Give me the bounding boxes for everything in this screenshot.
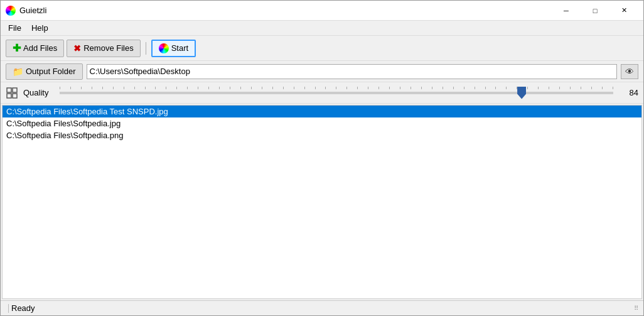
status-text: Ready bbox=[11, 303, 35, 313]
eye-icon: 👁 bbox=[625, 67, 634, 77]
app-icon bbox=[6, 6, 16, 16]
start-button[interactable]: Start bbox=[151, 40, 196, 57]
start-label: Start bbox=[171, 43, 188, 53]
menu-bar: File Help bbox=[1, 21, 643, 36]
browse-eye-button[interactable]: 👁 bbox=[621, 64, 638, 79]
add-files-label: Add Files bbox=[23, 43, 57, 53]
svg-rect-2 bbox=[7, 94, 11, 98]
svg-rect-0 bbox=[7, 88, 11, 92]
file-item[interactable]: C:\Softpedia Files\Softpedia.png bbox=[3, 129, 641, 141]
output-path-input[interactable] bbox=[87, 64, 618, 79]
status-divider bbox=[8, 304, 9, 313]
file-item[interactable]: C:\Softpedia Files\Softpedia Test SNSPD.… bbox=[3, 106, 641, 117]
maximize-button[interactable]: □ bbox=[581, 1, 609, 21]
svg-rect-1 bbox=[13, 88, 17, 92]
add-icon: ✚ bbox=[13, 42, 21, 54]
file-item[interactable]: C:\Softpedia Files\Softpedia.jpg bbox=[3, 117, 641, 129]
minimize-button[interactable]: ─ bbox=[552, 1, 581, 21]
file-list[interactable]: C:\Softpedia Files\Softpedia Test SNSPD.… bbox=[2, 105, 642, 299]
remove-icon: ✖ bbox=[73, 43, 81, 53]
quality-label: Quality bbox=[23, 88, 55, 97]
toolbar: ✚ Add Files ✖ Remove Files Start bbox=[1, 36, 643, 61]
resize-handle: ⠿ bbox=[634, 305, 638, 312]
title-bar: Guietzli ─ □ ✕ bbox=[1, 1, 643, 21]
quality-grid-icon bbox=[6, 87, 18, 99]
close-button[interactable]: ✕ bbox=[609, 1, 638, 21]
window-title: Guietzli bbox=[19, 6, 46, 15]
menu-help[interactable]: Help bbox=[26, 22, 53, 34]
quality-slider-wrap bbox=[60, 92, 613, 94]
status-bar: Ready ⠿ bbox=[1, 300, 643, 315]
quality-value: 84 bbox=[623, 88, 638, 97]
start-icon bbox=[159, 43, 169, 53]
title-controls: ─ □ ✕ bbox=[552, 1, 638, 21]
svg-rect-3 bbox=[13, 94, 17, 98]
quality-slider[interactable] bbox=[60, 92, 613, 94]
folder-icon: 📁 bbox=[13, 67, 23, 77]
status-right: ⠿ bbox=[634, 305, 638, 312]
title-bar-left: Guietzli bbox=[6, 6, 46, 16]
remove-files-label: Remove Files bbox=[83, 43, 133, 53]
output-folder-button[interactable]: 📁 Output Folder bbox=[6, 63, 83, 80]
remove-files-button[interactable]: ✖ Remove Files bbox=[67, 40, 140, 57]
menu-file[interactable]: File bbox=[3, 22, 26, 34]
quality-row: Quality bbox=[1, 82, 643, 104]
main-window: Guietzli ─ □ ✕ File Help ✚ Add Files ✖ R… bbox=[0, 0, 644, 316]
toolbar-separator bbox=[146, 42, 146, 55]
output-folder-row: 📁 Output Folder 👁 bbox=[1, 61, 643, 82]
add-files-button[interactable]: ✚ Add Files bbox=[6, 40, 64, 57]
output-folder-label: Output Folder bbox=[26, 67, 76, 76]
